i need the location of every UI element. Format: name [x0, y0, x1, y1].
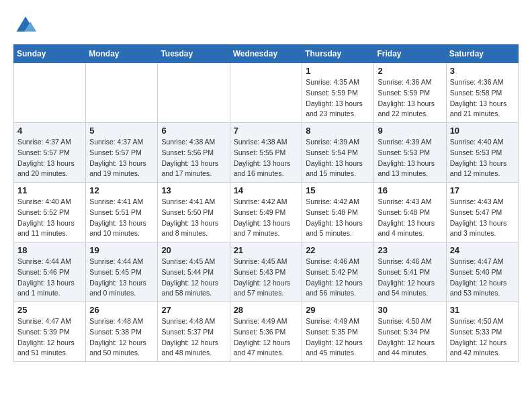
calendar-cell: 14Sunrise: 4:42 AM Sunset: 5:49 PM Dayli… [230, 183, 302, 242]
day-number: 27 [161, 305, 226, 315]
calendar-cell: 22Sunrise: 4:46 AM Sunset: 5:42 PM Dayli… [302, 242, 374, 302]
calendar-cell: 28Sunrise: 4:49 AM Sunset: 5:36 PM Dayli… [230, 302, 302, 362]
day-info: Sunrise: 4:36 AM Sunset: 5:58 PM Dayligh… [450, 77, 515, 120]
calendar-cell: 30Sunrise: 4:50 AM Sunset: 5:34 PM Dayli… [374, 302, 446, 362]
day-number: 24 [450, 245, 515, 255]
day-info: Sunrise: 4:41 AM Sunset: 5:50 PM Dayligh… [161, 197, 226, 239]
day-info: Sunrise: 4:40 AM Sunset: 5:53 PM Dayligh… [450, 137, 515, 179]
day-info: Sunrise: 4:35 AM Sunset: 5:59 PM Dayligh… [306, 77, 370, 120]
calendar-cell: 23Sunrise: 4:46 AM Sunset: 5:41 PM Dayli… [374, 242, 446, 302]
day-info: Sunrise: 4:42 AM Sunset: 5:48 PM Dayligh… [306, 197, 370, 239]
logo-icon [13, 13, 38, 38]
day-number: 15 [306, 185, 370, 195]
day-number: 16 [378, 185, 442, 195]
calendar-header-monday: Monday [86, 45, 158, 63]
calendar-cell: 24Sunrise: 4:47 AM Sunset: 5:40 PM Dayli… [446, 242, 518, 302]
calendar-cell: 21Sunrise: 4:45 AM Sunset: 5:43 PM Dayli… [230, 242, 302, 302]
calendar-week-4: 18Sunrise: 4:44 AM Sunset: 5:46 PM Dayli… [14, 242, 519, 302]
calendar-cell: 11Sunrise: 4:40 AM Sunset: 5:52 PM Dayli… [14, 183, 86, 242]
calendar: SundayMondayTuesdayWednesdayThursdayFrid… [13, 44, 519, 362]
day-number: 2 [378, 66, 442, 76]
calendar-cell: 27Sunrise: 4:48 AM Sunset: 5:37 PM Dayli… [158, 302, 230, 362]
calendar-cell: 7Sunrise: 4:38 AM Sunset: 5:55 PM Daylig… [230, 123, 302, 183]
day-info: Sunrise: 4:38 AM Sunset: 5:55 PM Dayligh… [234, 137, 299, 179]
calendar-cell: 18Sunrise: 4:44 AM Sunset: 5:46 PM Dayli… [14, 242, 86, 302]
day-number: 23 [378, 245, 442, 255]
day-number: 30 [378, 305, 442, 315]
calendar-cell [230, 63, 302, 123]
calendar-header-saturday: Saturday [446, 45, 518, 63]
calendar-cell [14, 63, 86, 123]
day-number: 5 [89, 126, 154, 136]
calendar-week-2: 4Sunrise: 4:37 AM Sunset: 5:57 PM Daylig… [14, 123, 519, 183]
day-number: 13 [161, 185, 226, 195]
calendar-cell: 13Sunrise: 4:41 AM Sunset: 5:50 PM Dayli… [158, 183, 230, 242]
logo [13, 13, 40, 38]
calendar-header-friday: Friday [374, 45, 446, 63]
day-number: 18 [17, 245, 82, 255]
day-info: Sunrise: 4:49 AM Sunset: 5:35 PM Dayligh… [306, 316, 370, 359]
day-number: 28 [234, 305, 299, 315]
day-info: Sunrise: 4:45 AM Sunset: 5:43 PM Dayligh… [234, 257, 299, 299]
calendar-cell: 5Sunrise: 4:37 AM Sunset: 5:57 PM Daylig… [86, 123, 158, 183]
day-number: 20 [161, 245, 226, 255]
calendar-cell: 8Sunrise: 4:39 AM Sunset: 5:54 PM Daylig… [302, 123, 374, 183]
day-number: 6 [161, 126, 226, 136]
calendar-week-1: 1Sunrise: 4:35 AM Sunset: 5:59 PM Daylig… [14, 63, 519, 123]
day-info: Sunrise: 4:37 AM Sunset: 5:57 PM Dayligh… [89, 137, 154, 179]
calendar-week-5: 25Sunrise: 4:47 AM Sunset: 5:39 PM Dayli… [14, 302, 519, 362]
day-info: Sunrise: 4:44 AM Sunset: 5:45 PM Dayligh… [89, 257, 154, 299]
calendar-cell: 25Sunrise: 4:47 AM Sunset: 5:39 PM Dayli… [14, 302, 86, 362]
calendar-cell: 12Sunrise: 4:41 AM Sunset: 5:51 PM Dayli… [86, 183, 158, 242]
calendar-week-3: 11Sunrise: 4:40 AM Sunset: 5:52 PM Dayli… [14, 183, 519, 242]
calendar-cell: 29Sunrise: 4:49 AM Sunset: 5:35 PM Dayli… [302, 302, 374, 362]
calendar-cell [158, 63, 230, 123]
calendar-cell: 31Sunrise: 4:50 AM Sunset: 5:33 PM Dayli… [446, 302, 518, 362]
day-info: Sunrise: 4:39 AM Sunset: 5:54 PM Dayligh… [306, 137, 370, 179]
day-number: 7 [234, 126, 299, 136]
calendar-cell: 4Sunrise: 4:37 AM Sunset: 5:57 PM Daylig… [14, 123, 86, 183]
day-number: 29 [306, 305, 370, 315]
day-info: Sunrise: 4:43 AM Sunset: 5:48 PM Dayligh… [378, 197, 442, 239]
calendar-cell: 20Sunrise: 4:45 AM Sunset: 5:44 PM Dayli… [158, 242, 230, 302]
day-number: 14 [234, 185, 299, 195]
day-info: Sunrise: 4:48 AM Sunset: 5:38 PM Dayligh… [89, 316, 154, 359]
calendar-header-thursday: Thursday [302, 45, 374, 63]
day-number: 19 [89, 245, 154, 255]
calendar-cell: 15Sunrise: 4:42 AM Sunset: 5:48 PM Dayli… [302, 183, 374, 242]
day-number: 25 [17, 305, 82, 315]
day-number: 31 [450, 305, 515, 315]
day-number: 22 [306, 245, 370, 255]
day-info: Sunrise: 4:43 AM Sunset: 5:47 PM Dayligh… [450, 197, 515, 239]
calendar-cell [86, 63, 158, 123]
day-number: 26 [89, 305, 154, 315]
calendar-cell: 9Sunrise: 4:39 AM Sunset: 5:53 PM Daylig… [374, 123, 446, 183]
calendar-cell: 26Sunrise: 4:48 AM Sunset: 5:38 PM Dayli… [86, 302, 158, 362]
day-info: Sunrise: 4:45 AM Sunset: 5:44 PM Dayligh… [161, 257, 226, 299]
day-info: Sunrise: 4:46 AM Sunset: 5:42 PM Dayligh… [306, 257, 370, 299]
calendar-cell: 1Sunrise: 4:35 AM Sunset: 5:59 PM Daylig… [302, 63, 374, 123]
day-number: 8 [306, 126, 370, 136]
day-info: Sunrise: 4:41 AM Sunset: 5:51 PM Dayligh… [89, 197, 154, 239]
day-info: Sunrise: 4:47 AM Sunset: 5:39 PM Dayligh… [17, 316, 82, 359]
day-number: 1 [306, 66, 370, 76]
calendar-cell: 3Sunrise: 4:36 AM Sunset: 5:58 PM Daylig… [446, 63, 518, 123]
calendar-cell: 19Sunrise: 4:44 AM Sunset: 5:45 PM Dayli… [86, 242, 158, 302]
day-info: Sunrise: 4:47 AM Sunset: 5:40 PM Dayligh… [450, 257, 515, 299]
day-number: 11 [17, 185, 82, 195]
calendar-header-row: SundayMondayTuesdayWednesdayThursdayFrid… [14, 45, 519, 63]
calendar-cell: 16Sunrise: 4:43 AM Sunset: 5:48 PM Dayli… [374, 183, 446, 242]
day-info: Sunrise: 4:37 AM Sunset: 5:57 PM Dayligh… [17, 137, 82, 179]
calendar-header-tuesday: Tuesday [158, 45, 230, 63]
day-info: Sunrise: 4:50 AM Sunset: 5:33 PM Dayligh… [450, 316, 515, 359]
day-info: Sunrise: 4:49 AM Sunset: 5:36 PM Dayligh… [234, 316, 299, 359]
day-info: Sunrise: 4:36 AM Sunset: 5:59 PM Dayligh… [378, 77, 442, 120]
day-info: Sunrise: 4:42 AM Sunset: 5:49 PM Dayligh… [234, 197, 299, 239]
day-info: Sunrise: 4:44 AM Sunset: 5:46 PM Dayligh… [17, 257, 82, 299]
calendar-cell: 17Sunrise: 4:43 AM Sunset: 5:47 PM Dayli… [446, 183, 518, 242]
day-number: 10 [450, 126, 515, 136]
calendar-cell: 10Sunrise: 4:40 AM Sunset: 5:53 PM Dayli… [446, 123, 518, 183]
calendar-cell: 6Sunrise: 4:38 AM Sunset: 5:56 PM Daylig… [158, 123, 230, 183]
day-info: Sunrise: 4:39 AM Sunset: 5:53 PM Dayligh… [378, 137, 442, 179]
day-number: 9 [378, 126, 442, 136]
